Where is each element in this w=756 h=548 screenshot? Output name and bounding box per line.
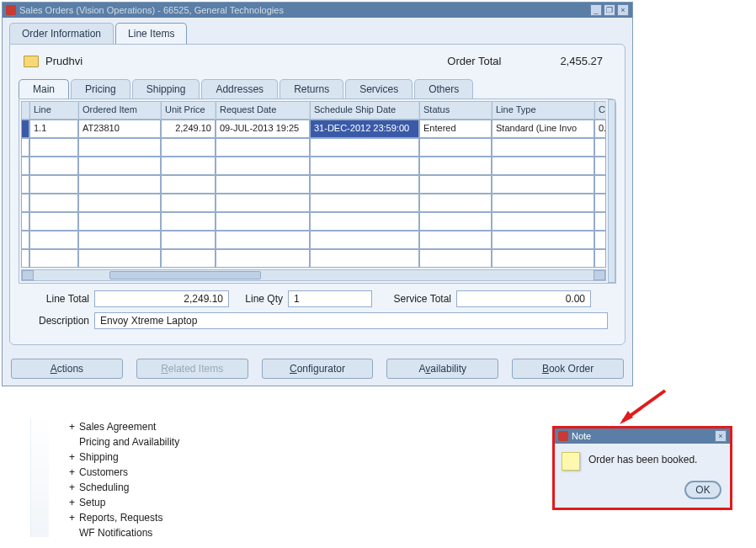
expander-icon[interactable]: + — [69, 480, 79, 495]
configurator-button[interactable]: Configurator — [262, 359, 374, 379]
tree-item[interactable]: WF Notifications — [69, 525, 179, 540]
titlebar[interactable]: Sales Orders (Vision Operations) - 66525… — [3, 3, 632, 18]
grid-row-empty[interactable] — [21, 249, 606, 268]
grid-row[interactable]: 1.1 AT23810 2,249.10 09-JUL-2013 19:25 3… — [21, 120, 606, 138]
sales-orders-window: Sales Orders (Vision Operations) - 66525… — [2, 2, 633, 386]
line-qty-value[interactable]: 1 — [288, 290, 372, 307]
navigator-tree: +Sales Agreement Pricing and Availabilit… — [69, 419, 179, 540]
tree-item[interactable]: +Reports, Requests — [69, 510, 179, 525]
description-label: Description — [27, 315, 94, 327]
scroll-left-icon[interactable] — [22, 270, 34, 280]
row-marker[interactable] — [21, 120, 29, 138]
tree-label: Customers — [79, 466, 128, 478]
tree-label: Shipping — [79, 451, 119, 463]
grid-row-empty[interactable] — [21, 212, 606, 231]
minimize-button[interactable]: _ — [590, 4, 602, 16]
line-total-label: Line Total — [27, 293, 94, 305]
cell-ordered-item[interactable]: AT23810 — [78, 120, 161, 138]
expander-icon[interactable]: + — [69, 465, 79, 480]
tree-item[interactable]: Pricing and Availability — [69, 434, 179, 450]
tab-line-items[interactable]: Line Items — [115, 23, 187, 44]
subtab-pricing[interactable]: Pricing — [71, 79, 130, 98]
subtab-shipping[interactable]: Shipping — [132, 79, 200, 98]
actions-button[interactable]: Actions — [11, 359, 123, 379]
cell-line[interactable]: 1.1 — [29, 120, 78, 138]
subtab-main[interactable]: Main — [19, 79, 69, 98]
cell-status[interactable]: Entered — [419, 120, 492, 138]
grid-row-empty[interactable] — [21, 194, 606, 212]
tree-label: Scheduling — [79, 481, 129, 493]
cell-unit-price[interactable]: 2,249.10 — [161, 120, 216, 138]
tree-item[interactable]: +Scheduling — [69, 480, 179, 495]
restore-button[interactable]: ❐ — [604, 4, 615, 16]
scroll-thumb[interactable] — [109, 271, 261, 279]
scroll-right-icon[interactable] — [594, 270, 605, 280]
oracle-logo-icon — [558, 431, 568, 441]
line-items-panel: Prudhvi Order Total 2,455.27 Main Pricin… — [9, 44, 626, 345]
expander-icon[interactable]: + — [69, 510, 79, 525]
note-titlebar[interactable]: Note × — [555, 428, 730, 444]
cell-overflow[interactable]: 0. — [594, 120, 606, 138]
tree-label: Setup — [79, 497, 105, 508]
top-tabs: Order Information Line Items — [3, 18, 632, 44]
note-title-text: Note — [572, 431, 715, 441]
folder-icon[interactable] — [24, 56, 39, 67]
ok-button[interactable]: OK — [684, 481, 721, 499]
line-footer: Line Total 2,249.10 Line Qty 1 Service T… — [19, 284, 616, 329]
expander-icon[interactable]: + — [69, 495, 79, 510]
tree-item[interactable]: +Sales Agreement — [69, 419, 179, 434]
tree-item[interactable]: +Customers — [69, 465, 179, 480]
tree-label: WF Notifications — [79, 527, 152, 539]
close-button[interactable]: × — [617, 4, 629, 16]
grid-header: Line Ordered Item Unit Price Request Dat… — [21, 101, 606, 120]
tree-label: Pricing and Availability — [79, 436, 179, 448]
line-qty-label: Line Qty — [229, 293, 288, 305]
description-value[interactable]: Envoy Xtreme Laptop — [94, 312, 608, 329]
note-close-button[interactable]: × — [715, 430, 727, 442]
col-status[interactable]: Status — [419, 101, 492, 120]
service-total-value: 0.00 — [456, 290, 591, 307]
vertical-scrollbar[interactable] — [608, 99, 615, 283]
line-items-grid[interactable]: Line Ordered Item Unit Price Request Dat… — [21, 101, 606, 268]
order-total-label: Order Total — [447, 55, 501, 67]
service-total-label: Service Total — [372, 293, 456, 305]
cell-schedule-ship[interactable]: 31-DEC-2012 23:59:00 — [310, 120, 419, 138]
window-title: Sales Orders (Vision Operations) - 66525… — [19, 5, 590, 15]
tab-order-information[interactable]: Order Information — [9, 23, 114, 44]
note-icon — [562, 452, 580, 471]
grid-row-empty[interactable] — [21, 231, 606, 249]
col-ordered-item[interactable]: Ordered Item — [78, 101, 161, 120]
expander-icon[interactable]: + — [69, 450, 79, 465]
note-dialog: Note × Order has been booked. OK — [552, 426, 732, 510]
expander-icon[interactable]: + — [69, 419, 79, 434]
line-items-grid-panel: Line Ordered Item Unit Price Request Dat… — [19, 98, 616, 284]
tree-scrollbar[interactable] — [30, 419, 49, 537]
subtab-returns[interactable]: Returns — [280, 79, 343, 98]
subtab-services[interactable]: Services — [345, 79, 413, 98]
col-schedule-ship[interactable]: Schedule Ship Date — [310, 101, 419, 120]
order-total-value: 2,455.27 — [560, 55, 603, 67]
note-message: Order has been booked. — [588, 452, 697, 466]
book-order-button[interactable]: Book Order — [512, 359, 624, 379]
row-marker-header — [21, 101, 29, 120]
col-unit-price[interactable]: Unit Price — [161, 101, 216, 120]
related-items-button: Related Items — [136, 359, 248, 379]
col-line[interactable]: Line — [29, 101, 78, 120]
cell-request-date[interactable]: 09-JUL-2013 19:25 — [216, 120, 310, 138]
context-name: Prudhvi — [45, 55, 83, 67]
cell-line-type[interactable]: Standard (Line Invo — [492, 120, 594, 138]
grid-row-empty[interactable] — [21, 157, 606, 175]
availability-button[interactable]: Availability — [386, 359, 498, 379]
col-line-type[interactable]: Line Type — [492, 101, 594, 120]
tree-label: Reports, Requests — [79, 512, 162, 524]
grid-row-empty[interactable] — [21, 138, 606, 157]
subtab-addresses[interactable]: Addresses — [201, 79, 278, 98]
tree-item[interactable]: +Shipping — [69, 450, 179, 465]
oracle-logo-icon — [6, 5, 16, 15]
col-request-date[interactable]: Request Date — [216, 101, 310, 120]
grid-row-empty[interactable] — [21, 175, 606, 194]
tree-item[interactable]: +Setup — [69, 495, 179, 510]
horizontal-scrollbar[interactable] — [21, 269, 606, 281]
col-overflow[interactable]: C — [594, 101, 606, 120]
subtab-others[interactable]: Others — [414, 79, 473, 98]
